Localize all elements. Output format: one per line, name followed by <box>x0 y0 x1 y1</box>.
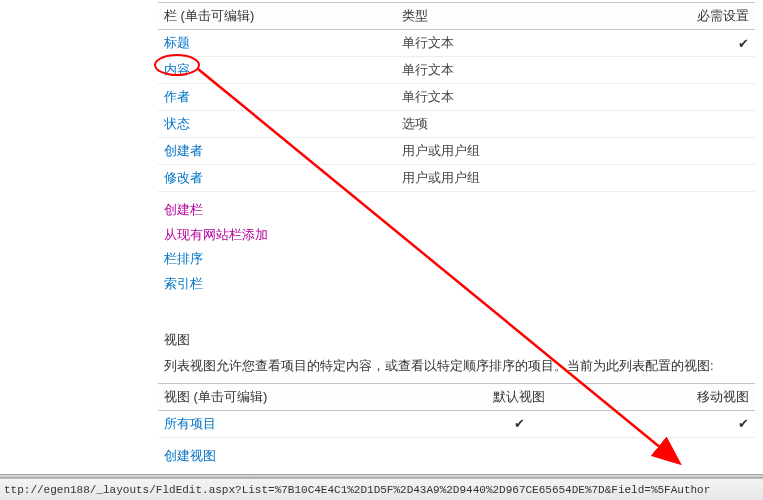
add-from-site-link[interactable]: 从现有网站栏添加 <box>164 227 268 242</box>
views-header-name: 视图 (单击可编辑) <box>158 383 441 410</box>
column-required-cell: ✔ <box>606 30 755 57</box>
column-type-cell: 单行文本 <box>396 57 606 84</box>
columns-table: 栏 (单击可编辑) 类型 必需设置 标题 单行文本 ✔ 内容 单行文本 作者 单… <box>158 2 755 192</box>
column-type-cell: 用户或用户组 <box>396 138 606 165</box>
column-order-link[interactable]: 栏排序 <box>164 251 203 266</box>
table-row: 创建者 用户或用户组 <box>158 138 755 165</box>
views-header-default: 默认视图 <box>441 383 598 410</box>
column-required-cell <box>606 111 755 138</box>
column-required-cell <box>606 57 755 84</box>
column-type-cell: 单行文本 <box>396 30 606 57</box>
column-type-cell: 选项 <box>396 111 606 138</box>
view-default-cell: ✔ <box>441 410 598 437</box>
columns-header-type: 类型 <box>396 3 606 30</box>
table-row: 修改者 用户或用户组 <box>158 165 755 192</box>
column-required-cell <box>606 138 755 165</box>
index-column-link[interactable]: 索引栏 <box>164 276 203 291</box>
status-url-text: ttp://egen188/_layouts/FldEdit.aspx?List… <box>0 484 710 496</box>
view-link-allitems[interactable]: 所有项目 <box>164 416 216 431</box>
table-row: 内容 单行文本 <box>158 57 755 84</box>
columns-header-name: 栏 (单击可编辑) <box>158 3 396 30</box>
create-view-link[interactable]: 创建视图 <box>164 448 216 463</box>
column-link-author[interactable]: 作者 <box>164 89 190 104</box>
column-link-status[interactable]: 状态 <box>164 116 190 131</box>
columns-header-required: 必需设置 <box>606 3 755 30</box>
views-header-mobile: 移动视图 <box>598 383 755 410</box>
column-link-title[interactable]: 标题 <box>164 35 190 50</box>
column-required-cell <box>606 84 755 111</box>
column-type-cell: 单行文本 <box>396 84 606 111</box>
table-row: 作者 单行文本 <box>158 84 755 111</box>
views-heading: 视图 <box>158 327 755 353</box>
column-type-cell: 用户或用户组 <box>396 165 606 192</box>
table-row: 所有项目 ✔ ✔ <box>158 410 755 437</box>
views-table: 视图 (单击可编辑) 默认视图 移动视图 所有项目 ✔ ✔ <box>158 383 755 438</box>
views-description: 列表视图允许您查看项目的特定内容，或查看以特定顺序排序的项目。当前为此列表配置的… <box>158 353 755 383</box>
table-row: 状态 选项 <box>158 111 755 138</box>
column-link-content[interactable]: 内容 <box>164 62 190 77</box>
status-bar: ttp://egen188/_layouts/FldEdit.aspx?List… <box>0 478 763 500</box>
column-required-cell <box>606 165 755 192</box>
create-column-link[interactable]: 创建栏 <box>164 202 203 217</box>
view-mobile-cell: ✔ <box>598 410 755 437</box>
column-link-creator[interactable]: 创建者 <box>164 143 203 158</box>
table-row: 标题 单行文本 ✔ <box>158 30 755 57</box>
column-link-modifier[interactable]: 修改者 <box>164 170 203 185</box>
